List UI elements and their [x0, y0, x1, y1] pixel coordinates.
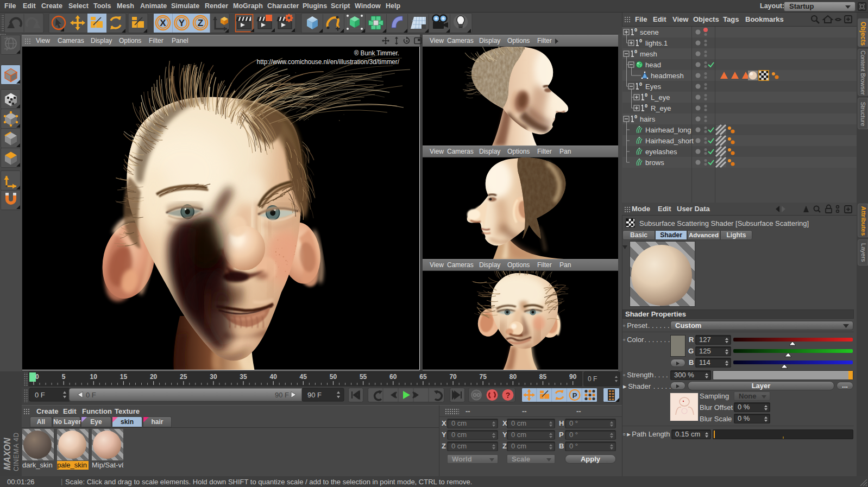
svg-text:CINEMA 4D: CINEMA 4D	[12, 432, 20, 471]
svg-text:55: 55	[360, 373, 367, 381]
svg-text:Eyes: Eyes	[645, 83, 661, 91]
svg-text:90 F: 90 F	[307, 391, 322, 399]
svg-text:90 F: 90 F	[275, 391, 289, 399]
svg-text:45: 45	[300, 373, 307, 381]
svg-text:65: 65	[419, 373, 427, 381]
svg-text:eyelashes: eyelashes	[645, 148, 677, 156]
svg-text:0 F: 0 F	[35, 391, 45, 399]
svg-text:0 F: 0 F	[86, 391, 96, 399]
svg-text:Hairhead_short: Hairhead_short	[645, 137, 694, 145]
svg-text:head: head	[645, 61, 661, 69]
svg-text:mesh: mesh	[640, 50, 657, 58]
svg-text:80: 80	[510, 373, 517, 381]
svg-text:brows: brows	[645, 159, 664, 167]
svg-text:20: 20	[150, 373, 158, 381]
svg-text:Z: Z	[198, 18, 203, 28]
svg-text:0: 0	[634, 114, 637, 119]
svg-text:?: ?	[506, 391, 511, 400]
svg-text:70: 70	[449, 373, 457, 381]
svg-text:0: 0	[645, 92, 647, 98]
svg-text:scene: scene	[640, 28, 659, 36]
svg-text:30: 30	[210, 373, 217, 381]
svg-text:0 F: 0 F	[588, 375, 597, 383]
svg-text:50: 50	[330, 373, 337, 381]
svg-text:35: 35	[240, 373, 247, 381]
svg-text:MAXON: MAXON	[3, 438, 12, 470]
svg-text:Hairhead_long: Hairhead_long	[645, 126, 691, 134]
svg-text:R_eye: R_eye	[651, 104, 671, 112]
svg-text:25: 25	[180, 373, 187, 381]
svg-text:10: 10	[90, 373, 98, 381]
svg-text:0: 0	[639, 38, 642, 43]
svg-text:85: 85	[539, 373, 547, 381]
svg-text:lights.1: lights.1	[645, 39, 668, 47]
svg-text:90: 90	[569, 373, 577, 381]
svg-text:40: 40	[270, 373, 278, 381]
svg-text:Y: Y	[179, 18, 185, 28]
svg-text:75: 75	[480, 373, 487, 381]
svg-text:headmesh: headmesh	[651, 72, 684, 80]
svg-text:0: 0	[639, 81, 642, 87]
svg-text:0: 0	[634, 27, 637, 33]
svg-text:L_eye: L_eye	[651, 93, 670, 102]
svg-text:hairs: hairs	[640, 115, 656, 123]
svg-text:60: 60	[389, 373, 397, 381]
svg-text:0: 0	[35, 373, 39, 381]
svg-text:0: 0	[645, 103, 647, 109]
svg-text:0: 0	[634, 49, 637, 54]
svg-text:X: X	[160, 18, 166, 28]
svg-text:® Bunk Timmer.: ® Bunk Timmer.	[354, 49, 399, 57]
svg-text:15: 15	[120, 373, 128, 381]
svg-text:P: P	[573, 391, 577, 400]
svg-text:5: 5	[62, 373, 66, 381]
